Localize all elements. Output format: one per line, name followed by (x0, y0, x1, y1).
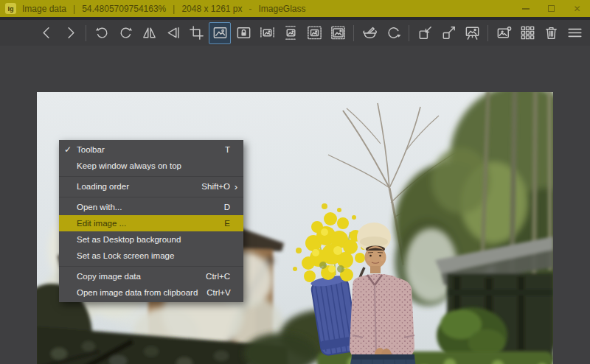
menu-item-shortcut: Ctrl+V (206, 288, 230, 297)
menu-item-label: Set as Desktop background (77, 235, 221, 244)
menu-item-shortcut: T (225, 145, 230, 154)
menu-item-label: Toolbar (77, 145, 216, 154)
scale-to-width-button[interactable] (256, 22, 278, 44)
crop-icon (188, 24, 205, 41)
title-image-dimensions: 2048 x 1261 px (181, 4, 242, 14)
menu-item-copy-image-data[interactable]: Copy image data Ctrl+C (59, 268, 243, 284)
menu-item-toolbar[interactable]: ✓ Toolbar T (59, 141, 243, 158)
image-canvas: Dong Van highland, Vietnam Credit: by Ng… (0, 46, 590, 364)
scale-to-fill-button[interactable] (327, 22, 349, 44)
close-button[interactable]: ✕ (564, 0, 590, 17)
maximize-button[interactable] (538, 0, 564, 17)
set-as-wallpaper-button[interactable] (493, 22, 515, 44)
window-controls: ✕ (513, 0, 590, 17)
edit-image-button[interactable] (358, 22, 381, 44)
flip-horizontal-icon (141, 24, 158, 41)
menu-item-keep-window-on-top[interactable]: Keep window always on top (59, 158, 243, 174)
flip-horizontal-button[interactable] (138, 22, 160, 44)
slideshow-icon (464, 24, 481, 41)
toolbar-separator (353, 25, 354, 41)
window-import-icon (417, 24, 434, 41)
menu-item-open-with[interactable]: Open with... D (59, 199, 243, 215)
toolbar-separator (487, 25, 488, 41)
menu-item-shortcut: Ctrl+C (206, 272, 230, 281)
maximize-icon (548, 5, 555, 12)
chevron-right-icon (62, 24, 79, 41)
scale-to-fit-button[interactable] (303, 22, 325, 44)
menu-item-open-image-data-from-clipboard[interactable]: Open image data from clipboard Ctrl+V (59, 284, 243, 301)
toolbar-separator (86, 25, 86, 41)
lock-zoom-button[interactable] (232, 22, 254, 44)
flip-vertical-button[interactable] (162, 22, 184, 44)
menu-item-edit-image[interactable]: Edit image ... E (59, 215, 243, 231)
title-dash: - (249, 4, 252, 14)
lock-zoom-icon (235, 24, 252, 41)
scale-to-fill-icon (330, 24, 347, 41)
title-document-name: Image data (22, 4, 66, 14)
titlebar[interactable]: Ig Image data | 54.4805709754163% | 2048… (0, 0, 590, 17)
scale-to-fit-icon (306, 24, 323, 41)
minimize-button[interactable] (513, 0, 538, 17)
previous-image-button[interactable] (35, 22, 58, 44)
image-with-badge-icon (496, 24, 513, 41)
window-title: Image data | 54.4805709754163% | 2048 x … (22, 4, 306, 14)
minimize-icon (522, 8, 530, 10)
edit-image-icon (361, 24, 378, 41)
open-with-window-button[interactable] (414, 22, 436, 44)
auto-zoom-button[interactable] (209, 22, 231, 44)
toolbar-separator (409, 25, 409, 41)
menu-item-shortcut: Shift+O (201, 182, 230, 191)
menu-item-label: Copy image data (77, 272, 197, 281)
menu-item-label: Edit image ... (77, 219, 215, 228)
scale-to-width-icon (259, 24, 276, 41)
flip-vertical-icon (164, 24, 181, 41)
menu-item-loading-order[interactable]: Loading order Shift+O › (59, 178, 243, 195)
thumbnail-bar-button[interactable] (516, 22, 538, 44)
menu-item-label: Keep window always on top (77, 161, 221, 170)
trash-icon (543, 24, 560, 41)
title-separator: | (73, 4, 75, 14)
context-menu: ✓ Toolbar T Keep window always on top Lo… (59, 140, 243, 302)
refresh-icon (385, 24, 402, 41)
full-screen-icon (440, 24, 457, 41)
menu-item-set-desktop-background[interactable]: Set as Desktop background (59, 231, 243, 248)
title-separator: | (173, 4, 175, 14)
next-image-button[interactable] (59, 22, 81, 44)
rotate-right-icon (117, 24, 134, 41)
hamburger-menu-icon (566, 24, 583, 41)
rotate-left-icon (94, 24, 111, 41)
check-icon: ✓ (64, 144, 77, 155)
menu-item-shortcut: D (224, 203, 230, 211)
menu-item-label: Loading order (77, 182, 192, 191)
menu-item-label: Open image data from clipboard (77, 288, 198, 297)
menu-item-set-lock-screen[interactable]: Set as Lock screen image (59, 248, 243, 264)
title-zoom-level: 54.4805709754163% (82, 4, 166, 14)
rotate-right-button[interactable] (114, 22, 136, 44)
auto-zoom-icon (212, 24, 229, 41)
menu-item-label: Set as Lock screen image (77, 251, 221, 260)
full-screen-button[interactable] (437, 22, 459, 44)
submenu-arrow-icon: › (230, 182, 237, 192)
slideshow-button[interactable] (461, 22, 483, 44)
menu-item-shortcut: E (224, 219, 230, 228)
app-icon: Ig (5, 3, 16, 14)
grid-icon (519, 24, 536, 41)
scale-to-height-button[interactable] (280, 22, 302, 44)
close-icon: ✕ (573, 4, 580, 13)
toolbar (0, 17, 590, 46)
crop-button[interactable] (185, 22, 207, 44)
chevron-left-icon (38, 24, 55, 41)
title-app-name: ImageGlass (259, 4, 306, 14)
main-menu-button[interactable] (563, 22, 586, 44)
delete-button[interactable] (540, 22, 562, 44)
refresh-button[interactable] (382, 22, 404, 44)
scale-to-height-icon (282, 24, 299, 41)
rotate-left-button[interactable] (91, 22, 113, 44)
menu-item-label: Open with... (77, 203, 215, 211)
imageglass-window: Ig Image data | 54.4805709754163% | 2048… (0, 0, 590, 364)
